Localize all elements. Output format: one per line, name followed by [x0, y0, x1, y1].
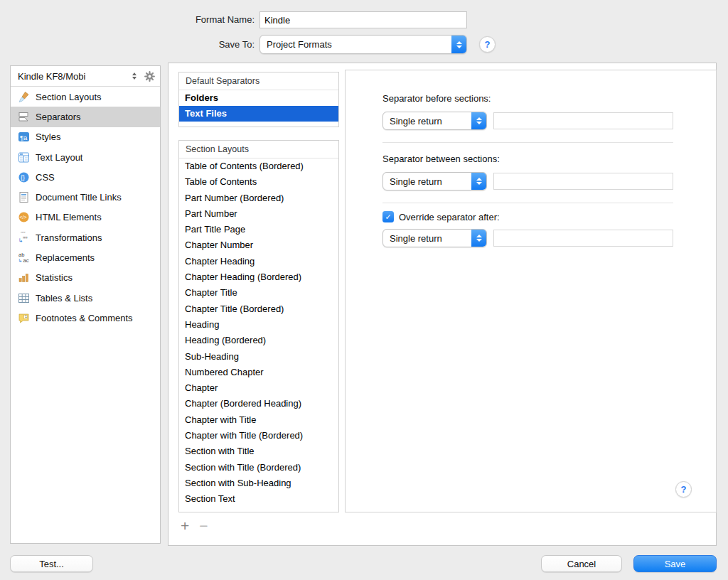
ab-to-ac-icon: ab↳ac — [17, 252, 30, 264]
list-item[interactable]: Heading (Bordered) — [179, 333, 338, 348]
compile-format-designer-window: Format Name: Save To: Project Formats ? … — [0, 0, 728, 580]
list-item[interactable]: Part Number — [179, 206, 338, 222]
sidebar-item-css[interactable]: {} CSS — [11, 167, 160, 187]
text-layout-icon — [17, 151, 30, 163]
list-item[interactable]: Section Text — [179, 491, 338, 507]
format-selector[interactable]: Kindle KF8/Mobi — [11, 66, 160, 87]
list-item[interactable]: Table of Contents (Bordered) — [179, 159, 338, 174]
dropdown-stepper-icon — [471, 173, 486, 190]
section-layouts-title: Section Layouts — [179, 141, 338, 159]
list-item[interactable]: Numbered Section — [179, 508, 338, 512]
save-to-label: Save To: — [164, 39, 255, 50]
svg-text:{}: {} — [21, 174, 25, 181]
sidebar-item-section-layouts[interactable]: Section Layouts — [11, 87, 160, 107]
list-item[interactable]: Chapter Title (Bordered) — [179, 301, 338, 317]
sidebar-item-document-title-links[interactable]: Document Title Links — [11, 187, 160, 207]
cancel-button[interactable]: Cancel — [541, 555, 622, 572]
comment-bubble-icon: 1 — [17, 312, 30, 324]
svg-text:↳: ↳ — [18, 258, 22, 263]
list-item[interactable]: Part Title Page — [179, 222, 338, 237]
list-item[interactable]: Chapter Heading (Bordered) — [179, 269, 338, 285]
override-separator-label: Override separator after: — [399, 212, 500, 222]
list-item[interactable]: Heading — [179, 317, 338, 333]
svg-text:1: 1 — [25, 314, 27, 318]
default-separators-listbox: Default Separators FoldersText Files — [178, 72, 339, 127]
paragraph-style-icon: ¶a — [17, 131, 30, 143]
sidebar-item-text-layout[interactable]: Text Layout — [11, 147, 160, 167]
separator-between-dropdown[interactable]: Single return — [382, 172, 487, 190]
list-item[interactable]: Text Files — [179, 106, 338, 122]
sidebar-item-transformations[interactable]: ””↳”” Transformations — [11, 227, 160, 247]
list-item[interactable]: Chapter with Title (Bordered) — [179, 428, 338, 444]
separator-between-custom-field[interactable] — [493, 173, 673, 190]
list-item[interactable]: Chapter Title — [179, 285, 338, 301]
sidebar-item-replacements[interactable]: ab↳ac Replacements — [11, 247, 160, 267]
document-icon — [17, 191, 30, 203]
separator-before-label: Separator before sections: — [382, 93, 491, 104]
add-button[interactable]: + — [181, 519, 189, 533]
svg-text:¶a: ¶a — [20, 134, 28, 141]
test-button[interactable]: Test... — [10, 555, 93, 572]
sidebar-item-tables-lists[interactable]: Tables & Lists — [11, 288, 160, 308]
save-button[interactable]: Save — [633, 555, 717, 572]
list-item[interactable]: Chapter Heading — [179, 254, 338, 269]
sidebar-item-statistics[interactable]: Statistics — [11, 268, 160, 288]
divider — [382, 142, 673, 143]
format-name-label: Format Name: — [164, 14, 255, 25]
format-selector-value: Kindle KF8/Mobi — [18, 71, 132, 82]
override-separator-checkbox[interactable] — [382, 211, 394, 222]
pages-icon — [17, 111, 30, 123]
format-selector-stepper-icon — [132, 72, 136, 80]
separators-help-button[interactable]: ? — [675, 481, 692, 498]
remove-button[interactable]: − — [199, 519, 208, 533]
svg-text:ac: ac — [23, 257, 28, 264]
separator-settings-panel: Separator before sections: Single return… — [345, 70, 717, 512]
separator-before-dropdown[interactable]: Single return — [382, 112, 487, 130]
separator-before-custom-field[interactable] — [493, 112, 673, 129]
separator-between-label: Separator between sections: — [382, 154, 500, 164]
sidebar-item-styles[interactable]: ¶a Styles — [11, 127, 160, 147]
default-separators-title: Default Separators — [179, 72, 338, 90]
quotes-arrow-icon: ””↳”” — [17, 232, 30, 244]
save-to-help-button[interactable]: ? — [479, 36, 496, 53]
list-item[interactable]: Chapter with Title — [179, 412, 338, 428]
list-item[interactable]: Folders — [179, 90, 338, 106]
css-braces-icon: {} — [17, 171, 30, 183]
list-item[interactable]: Chapter Number — [179, 237, 338, 253]
gear-icon[interactable] — [144, 70, 156, 82]
list-item[interactable]: Section with Title — [179, 444, 338, 459]
brush-icon — [17, 91, 30, 103]
format-name-input[interactable] — [259, 11, 467, 28]
section-layouts-list: Table of Contents (Bordered)Table of Con… — [179, 159, 338, 512]
separators-pane: Default Separators FoldersText Files Sec… — [168, 63, 717, 546]
default-separators-list: FoldersText Files — [179, 90, 338, 122]
html-code-icon: </> — [17, 211, 30, 223]
override-separator-custom-field[interactable] — [493, 230, 673, 247]
divider — [382, 203, 673, 203]
grid-icon — [17, 292, 30, 304]
dropdown-stepper-icon — [471, 230, 486, 247]
save-to-value: Project Formats — [260, 39, 451, 50]
svg-text:</>: </> — [19, 215, 26, 220]
list-item[interactable]: Table of Contents — [179, 174, 338, 190]
list-item[interactable]: Chapter (Bordered Heading) — [179, 396, 338, 412]
sidebar-item-html-elements[interactable]: </> HTML Elements — [11, 208, 160, 227]
dropdown-stepper-icon — [451, 36, 466, 53]
list-item[interactable]: Sub-Heading — [179, 349, 338, 365]
sidebar-item-footnotes-comments[interactable]: 1 Footnotes & Comments — [11, 308, 160, 328]
list-item[interactable]: Section with Title (Bordered) — [179, 460, 338, 476]
bar-chart-icon — [17, 272, 30, 284]
list-item[interactable]: Chapter — [179, 380, 338, 396]
list-item[interactable]: Section with Sub-Heading — [179, 476, 338, 491]
sidebar-item-separators[interactable]: Separators — [11, 107, 160, 127]
list-edit-bar: + − — [181, 519, 208, 533]
format-settings-sidebar: Kindle KF8/Mobi Section Layouts Separato… — [10, 65, 161, 544]
dropdown-stepper-icon — [471, 112, 486, 129]
override-separator-dropdown[interactable]: Single return — [382, 229, 487, 247]
save-to-dropdown[interactable]: Project Formats — [259, 35, 467, 54]
svg-text:””: ”” — [23, 236, 28, 244]
list-item[interactable]: Part Number (Bordered) — [179, 190, 338, 206]
list-item[interactable]: Numbered Chapter — [179, 365, 338, 380]
section-layouts-listbox: Section Layouts Table of Contents (Borde… — [178, 140, 339, 512]
